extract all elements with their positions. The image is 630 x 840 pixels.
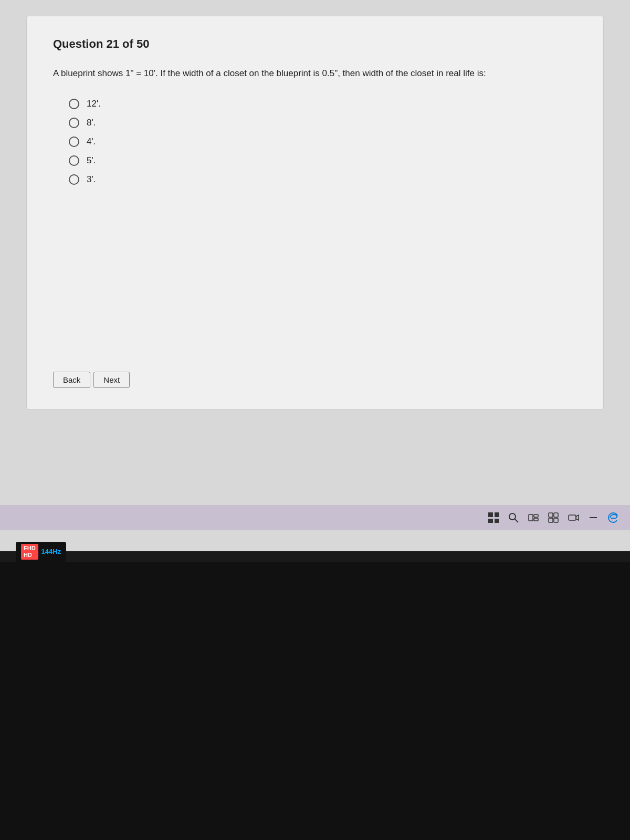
svg-rect-7 xyxy=(549,518,553,522)
snap-icon[interactable] xyxy=(527,511,540,524)
option-label-5: 3'. xyxy=(87,174,96,185)
svg-line-1 xyxy=(515,519,518,522)
list-item[interactable]: 3'. xyxy=(69,174,577,185)
minimize-icon[interactable] xyxy=(587,511,600,524)
option-radio-5[interactable] xyxy=(69,174,79,185)
svg-point-0 xyxy=(509,513,516,520)
svg-rect-6 xyxy=(554,513,558,517)
option-label-4: 5'. xyxy=(87,155,96,166)
taskbar xyxy=(0,505,630,530)
edge-icon[interactable] xyxy=(607,511,620,524)
option-radio-2[interactable] xyxy=(69,118,79,128)
list-item[interactable]: 8'. xyxy=(69,118,577,128)
back-button[interactable]: Back xyxy=(53,372,90,388)
quiz-card: Question 21 of 50 A blueprint shows 1" =… xyxy=(26,16,604,410)
svg-rect-3 xyxy=(534,514,538,517)
svg-rect-2 xyxy=(529,514,533,521)
next-button[interactable]: Next xyxy=(93,372,130,388)
svg-rect-5 xyxy=(549,513,553,517)
option-label-2: 8'. xyxy=(87,118,96,128)
list-item[interactable]: 4'. xyxy=(69,136,577,147)
question-header: Question 21 of 50 xyxy=(53,37,577,51)
options-list: 12'. 8'. 4'. 5'. 3'. xyxy=(69,99,577,185)
option-label-1: 12'. xyxy=(87,99,101,109)
camera-icon[interactable] xyxy=(567,511,580,524)
hd-badge: FHDHD xyxy=(21,544,38,560)
button-row: Back Next xyxy=(53,372,130,388)
dark-background xyxy=(0,562,630,840)
svg-rect-8 xyxy=(554,518,558,522)
screen-area: Question 21 of 50 A blueprint shows 1" =… xyxy=(0,0,630,551)
svg-marker-10 xyxy=(576,515,579,520)
svg-rect-4 xyxy=(534,518,538,521)
option-radio-1[interactable] xyxy=(69,99,79,109)
option-radio-4[interactable] xyxy=(69,155,79,166)
question-text: A blueprint shows 1" = 10'. If the width… xyxy=(53,67,577,80)
list-item[interactable]: 12'. xyxy=(69,99,577,109)
widgets-icon[interactable] xyxy=(547,511,560,524)
list-item[interactable]: 5'. xyxy=(69,155,577,166)
hz-badge: 144Hz xyxy=(41,548,61,555)
windows-icon[interactable] xyxy=(487,511,500,524)
svg-rect-9 xyxy=(569,515,576,520)
option-label-3: 4'. xyxy=(87,136,96,147)
display-badge: FHDHD 144Hz xyxy=(16,542,66,562)
search-icon[interactable] xyxy=(507,511,520,524)
option-radio-3[interactable] xyxy=(69,136,79,147)
